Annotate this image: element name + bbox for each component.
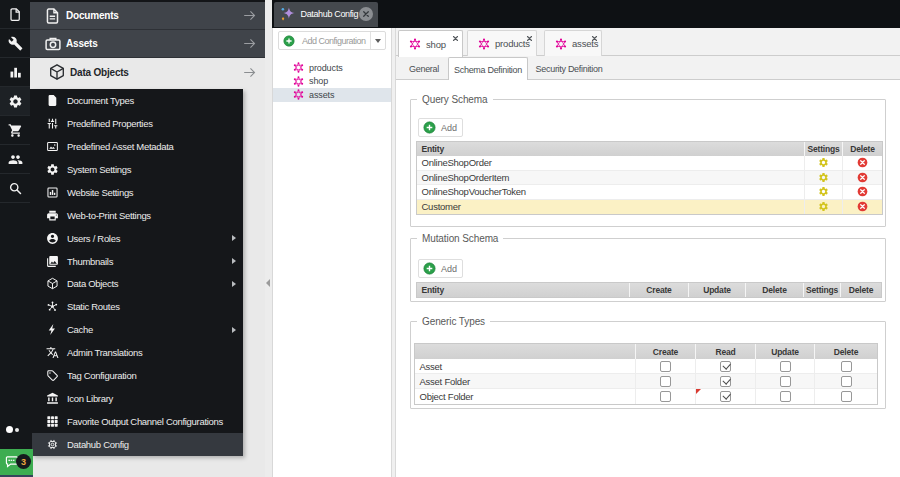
tab-assets[interactable]: assets bbox=[544, 30, 602, 56]
dot-icon[interactable] bbox=[15, 428, 19, 432]
toolbar-item-users[interactable] bbox=[0, 145, 30, 174]
tab-close-icon[interactable] bbox=[526, 35, 533, 42]
add-configuration-dropdown-button[interactable] bbox=[371, 32, 385, 49]
column-header-entity[interactable]: Entity bbox=[417, 283, 629, 297]
checkbox-update[interactable] bbox=[780, 376, 791, 387]
submenu-item-cache[interactable]: Cache bbox=[32, 318, 243, 341]
menu-assets[interactable]: Assets bbox=[30, 30, 265, 58]
subtab-general[interactable]: General bbox=[402, 57, 446, 80]
column-header-read[interactable]: Read bbox=[695, 344, 755, 359]
submenu-item-website-settings[interactable]: Website Settings bbox=[32, 181, 243, 204]
window-tab-close-button[interactable] bbox=[359, 7, 373, 21]
settings-gear-icon[interactable] bbox=[818, 172, 829, 183]
submenu-item-datahub-config[interactable]: Datahub Config bbox=[32, 433, 243, 456]
submenu-item-data-objects[interactable]: Data Objects bbox=[32, 273, 243, 296]
toolbar-item-tools[interactable] bbox=[0, 29, 30, 58]
document-type-icon bbox=[46, 94, 59, 107]
checkbox-read[interactable] bbox=[720, 361, 731, 372]
toolbar-item-search[interactable] bbox=[0, 174, 30, 203]
add-configuration-button[interactable]: Add Configuration bbox=[279, 32, 371, 49]
add-configuration-split-button[interactable]: Add Configuration bbox=[278, 31, 386, 50]
submenu-item-thumbnails[interactable]: Thumbnails bbox=[32, 250, 243, 273]
panel-splitter[interactable] bbox=[391, 28, 396, 477]
grid-row[interactable]: OnlineShopOrder bbox=[417, 156, 882, 171]
collapsed-panel-strip[interactable] bbox=[265, 0, 272, 477]
delete-icon[interactable] bbox=[857, 157, 868, 168]
column-header-update[interactable]: Update bbox=[688, 283, 745, 297]
submenu-item-predefined-properties[interactable]: Predefined Properties bbox=[32, 112, 243, 135]
submenu-item-document-types[interactable]: Document Types bbox=[32, 89, 243, 112]
tab-close-icon[interactable] bbox=[452, 35, 459, 42]
toolbar-item-ecommerce[interactable] bbox=[0, 116, 30, 145]
delete-icon[interactable] bbox=[857, 172, 868, 183]
tree-item-assets[interactable]: assets bbox=[273, 88, 391, 102]
submenu-item-web-to-print-settings[interactable]: Web-to-Print Settings bbox=[32, 204, 243, 227]
cart-icon bbox=[8, 123, 23, 138]
column-header-delete[interactable]: Delete bbox=[842, 142, 882, 156]
column-header-create[interactable]: Create bbox=[635, 344, 695, 359]
grid-row[interactable]: OnlineShopOrderItem bbox=[417, 171, 882, 186]
checkbox-create[interactable] bbox=[660, 376, 671, 387]
settings-gear-icon[interactable] bbox=[818, 186, 829, 197]
menu-data-objects[interactable]: Data Objects bbox=[34, 58, 265, 86]
settings-gear-icon[interactable] bbox=[818, 201, 829, 212]
column-header-entity[interactable]: Entity bbox=[417, 142, 804, 156]
column-header-update[interactable]: Update bbox=[755, 344, 814, 359]
window-tab-datahub-config[interactable]: Datahub Config bbox=[274, 2, 378, 27]
mutation-schema-add-button[interactable]: Add bbox=[418, 259, 463, 278]
submenu-arrow-icon bbox=[232, 235, 236, 241]
tab-products[interactable]: products bbox=[467, 30, 537, 56]
checkbox-update[interactable] bbox=[780, 361, 791, 372]
checkbox-delete[interactable] bbox=[841, 376, 852, 387]
submenu-item-favorite-output-channel-configurations[interactable]: Favorite Output Channel Configurations bbox=[32, 410, 243, 433]
subtab-schema-definition[interactable]: Schema Definition bbox=[448, 57, 528, 81]
submenu-item-system-settings[interactable]: System Settings bbox=[32, 158, 243, 181]
checkbox-read[interactable] bbox=[720, 391, 731, 402]
checkbox-update[interactable] bbox=[780, 391, 791, 402]
submenu-item-users-roles[interactable]: Users / Roles bbox=[32, 227, 243, 250]
delete-icon[interactable] bbox=[857, 201, 868, 212]
submenu-item-icon-library[interactable]: Icon Library bbox=[32, 387, 243, 410]
delete-icon[interactable] bbox=[857, 186, 868, 197]
checkbox-delete[interactable] bbox=[841, 391, 852, 402]
column-header-settings[interactable]: Settings bbox=[804, 142, 842, 156]
column-header-delete[interactable]: Delete bbox=[745, 283, 803, 297]
graphql-icon bbox=[409, 38, 421, 50]
submenu-item-predefined-asset-metadata[interactable]: Predefined Asset Metadata bbox=[32, 135, 243, 158]
tree-item-shop[interactable]: shop bbox=[273, 75, 391, 89]
dot-icon[interactable] bbox=[6, 426, 13, 433]
submenu-item-tag-configuration[interactable]: Tag Configuration bbox=[32, 364, 243, 387]
submenu-item-admin-translations[interactable]: Admin Translations bbox=[32, 341, 243, 364]
submenu-item-label: Tag Configuration bbox=[67, 370, 136, 381]
tree-item-products[interactable]: products bbox=[273, 61, 391, 75]
column-header-delete2[interactable]: Delete bbox=[840, 283, 881, 297]
toolbar-item-reports[interactable] bbox=[0, 58, 30, 87]
grid-row-highlighted[interactable]: Customer bbox=[417, 200, 882, 215]
subtab-security-definition[interactable]: Security Definition bbox=[533, 57, 605, 80]
main-panel: shop products assets General Schema Defi… bbox=[396, 28, 900, 477]
chat-badge[interactable]: 3 bbox=[0, 449, 33, 475]
toolbar-item-settings[interactable] bbox=[0, 87, 30, 116]
submenu-item-static-routes[interactable]: Static Routes bbox=[32, 295, 243, 318]
checkbox-read[interactable] bbox=[720, 376, 731, 387]
column-header-settings[interactable]: Settings bbox=[803, 283, 840, 297]
grid-header: Entity Create Update Delete Settings Del… bbox=[417, 283, 881, 297]
query-schema-add-button[interactable]: Add bbox=[418, 118, 463, 137]
toolbar-item-documents[interactable] bbox=[0, 0, 30, 29]
checkbox-create[interactable] bbox=[660, 391, 671, 402]
grid-row-asset-folder[interactable]: Asset Folder bbox=[415, 374, 877, 389]
menu-documents[interactable]: Documents bbox=[30, 2, 265, 30]
cell-delete bbox=[842, 200, 882, 215]
grid-row-asset[interactable]: Asset bbox=[415, 359, 877, 374]
checkbox-delete[interactable] bbox=[841, 361, 852, 372]
tab-shop[interactable]: shop bbox=[398, 30, 463, 57]
tab-close-icon[interactable] bbox=[591, 35, 598, 42]
column-header-create[interactable]: Create bbox=[629, 283, 688, 297]
submenu-item-label: Predefined Asset Metadata bbox=[67, 141, 174, 152]
grid-row[interactable]: OnlineShopVoucherToken bbox=[417, 185, 882, 200]
grid-row-object-folder[interactable]: Object Folder bbox=[415, 389, 877, 404]
column-header-delete[interactable]: Delete bbox=[814, 344, 877, 359]
submenu-item-label: System Settings bbox=[67, 164, 131, 175]
settings-gear-icon[interactable] bbox=[818, 157, 829, 168]
checkbox-create[interactable] bbox=[660, 361, 671, 372]
